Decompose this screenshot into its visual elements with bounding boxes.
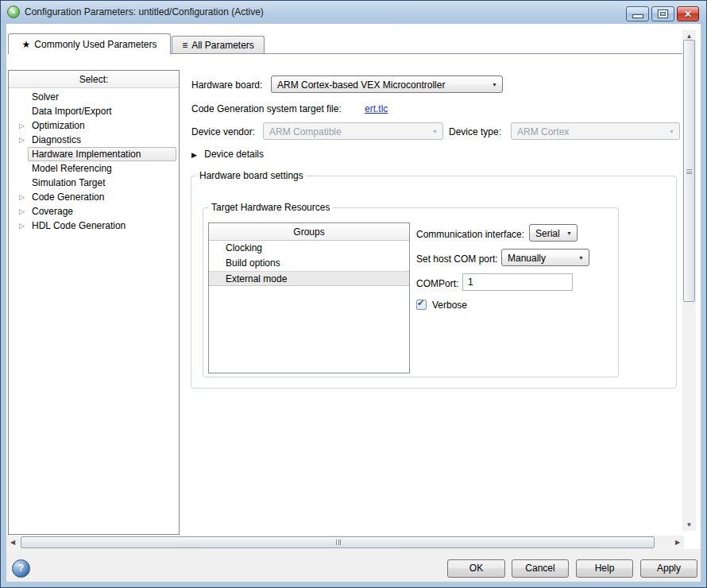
maximize-icon bbox=[659, 10, 667, 17]
device-vendor-select: ARM Compatible ▼ bbox=[263, 122, 443, 140]
help-icon-button[interactable]: ? bbox=[12, 559, 30, 578]
tab-label: Commonly Used Parameters bbox=[34, 39, 156, 50]
minimize-button[interactable] bbox=[626, 6, 649, 21]
group-row-external-mode[interactable]: External mode bbox=[209, 271, 409, 286]
sidebar-item-code-generation[interactable]: ▷Code Generation bbox=[9, 190, 179, 204]
expand-arrow-icon[interactable]: ▷ bbox=[19, 190, 25, 204]
device-details-expander[interactable]: ▶ Device details bbox=[191, 149, 264, 161]
help-button[interactable]: Help bbox=[576, 559, 633, 578]
sidebar-item-solver[interactable]: Solver bbox=[9, 90, 179, 104]
sidebar-item-optimization[interactable]: ▷Optimization bbox=[9, 118, 179, 133]
sidebar-item-diagnostics[interactable]: ▷Diagnostics bbox=[9, 133, 179, 147]
sidebar-items: Solver Data Import/Export ▷Optimization … bbox=[9, 90, 179, 233]
device-vendor-label: Device vendor: bbox=[191, 126, 255, 137]
close-button[interactable]: ✕ bbox=[677, 6, 699, 21]
cancel-button[interactable]: Cancel bbox=[512, 559, 569, 578]
group-row-clocking[interactable]: Clocking bbox=[209, 241, 409, 256]
window-title: Configuration Parameters: untitled/Confi… bbox=[25, 6, 264, 17]
comport-label: COMPort: bbox=[416, 278, 458, 289]
ok-button[interactable]: OK bbox=[447, 559, 505, 578]
triangle-right-icon: ▶ bbox=[191, 151, 197, 159]
scroll-grip-icon bbox=[336, 540, 341, 545]
verbose-checkbox[interactable]: ✔ bbox=[416, 300, 427, 310]
scroll-left-button[interactable]: ◀ bbox=[6, 536, 19, 549]
group-row-build-options[interactable]: Build options bbox=[209, 256, 409, 271]
tab-commonly-used-parameters[interactable]: ★Commonly Used Parameters bbox=[8, 33, 171, 54]
sidebar-header: Select: bbox=[9, 71, 179, 88]
target-file-label: Code Generation system target file: bbox=[191, 103, 342, 114]
hardware-board-select[interactable]: ARM Cortex-based VEX Microcontroller ▼ bbox=[271, 75, 503, 93]
star-icon: ★ bbox=[22, 39, 31, 50]
maximize-button[interactable] bbox=[651, 6, 674, 21]
set-host-com-port-label: Set host COM port: bbox=[416, 253, 498, 265]
expand-arrow-icon[interactable]: ▷ bbox=[19, 118, 25, 133]
groups-table-header: Groups bbox=[209, 223, 409, 241]
communication-interface-label: Communication interface: bbox=[416, 229, 524, 240]
vertical-scroll-thumb[interactable] bbox=[683, 40, 695, 302]
expand-arrow-icon[interactable]: ▷ bbox=[19, 204, 25, 219]
target-hardware-resources-title: Target Hardware Resources bbox=[208, 202, 333, 213]
scroll-grip-icon bbox=[686, 169, 692, 174]
sidebar: Select: Solver Data Import/Export ▷Optim… bbox=[8, 70, 180, 535]
horizontal-scrollbar[interactable]: ◀ ▶ bbox=[6, 536, 684, 549]
ert-tlc-link[interactable]: ert.tlc bbox=[365, 103, 388, 114]
verbose-label: Verbose bbox=[432, 300, 467, 311]
checkmark-icon: ✔ bbox=[417, 298, 424, 308]
hardware-board-settings-title: Hardware board settings bbox=[196, 170, 307, 181]
titlebar: Configuration Parameters: untitled/Confi… bbox=[0, 0, 707, 24]
scroll-down-button[interactable]: ▼ bbox=[682, 519, 696, 531]
device-details-label: Device details bbox=[204, 149, 264, 160]
dropdown-arrow-icon: ▼ bbox=[566, 230, 572, 236]
list-icon: ≡ bbox=[182, 40, 187, 51]
dropdown-arrow-icon: ▼ bbox=[492, 82, 497, 87]
tab-all-parameters[interactable]: ≡All Parameters bbox=[172, 36, 265, 54]
minimize-icon bbox=[633, 15, 643, 17]
device-type-label: Device type: bbox=[449, 126, 501, 137]
vertical-scrollbar[interactable]: ▲ ▼ bbox=[682, 30, 696, 531]
groups-table: Groups Clocking Build options External m… bbox=[208, 222, 410, 373]
horizontal-scroll-thumb[interactable] bbox=[21, 536, 655, 548]
config-gear-icon bbox=[7, 6, 20, 18]
dropdown-arrow-icon: ▼ bbox=[669, 129, 674, 134]
expand-arrow-icon[interactable]: ▷ bbox=[19, 133, 25, 147]
device-type-select: ARM Cortex ▼ bbox=[511, 122, 680, 140]
set-host-com-port-select[interactable]: Manually ▼ bbox=[501, 249, 589, 266]
sidebar-item-simulation-target[interactable]: Simulation Target bbox=[9, 176, 179, 190]
sidebar-item-hardware-implementation[interactable]: Hardware Implementation bbox=[9, 147, 179, 161]
dropdown-arrow-icon: ▼ bbox=[432, 129, 438, 134]
hardware-board-label: Hardware board: bbox=[191, 79, 262, 91]
expand-arrow-icon[interactable]: ▷ bbox=[19, 219, 25, 233]
sidebar-item-hdl-code-generation[interactable]: ▷HDL Code Generation bbox=[9, 219, 179, 233]
scroll-right-button[interactable]: ▶ bbox=[671, 536, 684, 549]
sidebar-item-coverage[interactable]: ▷Coverage bbox=[9, 204, 179, 219]
sidebar-item-model-referencing[interactable]: Model Referencing bbox=[9, 161, 179, 176]
comport-input[interactable] bbox=[462, 273, 573, 291]
communication-interface-select[interactable]: Serial ▼ bbox=[529, 224, 578, 242]
close-icon: ✕ bbox=[678, 9, 698, 20]
sidebar-item-data-import-export[interactable]: Data Import/Export bbox=[9, 104, 179, 118]
dropdown-arrow-icon: ▼ bbox=[578, 255, 584, 261]
tab-label: All Parameters bbox=[191, 40, 254, 51]
apply-button[interactable]: Apply bbox=[640, 559, 697, 578]
